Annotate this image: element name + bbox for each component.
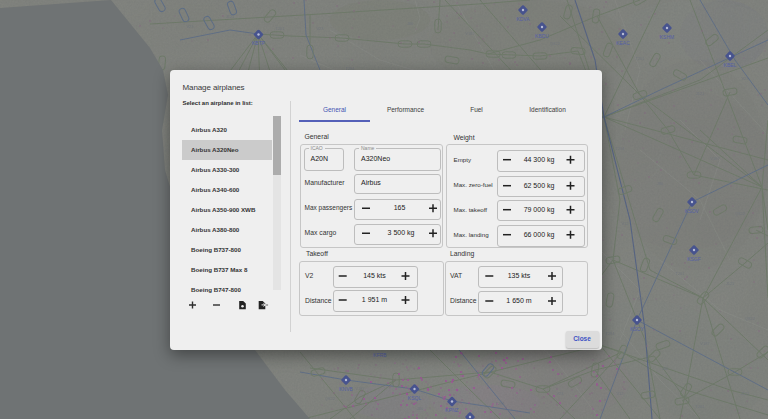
svg-text:V23: V23 [741, 76, 749, 81]
svg-text:V23: V23 [186, 24, 194, 29]
svg-text:J121: J121 [726, 281, 735, 286]
svg-text:KBTP: KBTP [252, 40, 266, 46]
svg-text:V187: V187 [710, 156, 720, 161]
svg-text:T201: T201 [675, 271, 685, 276]
svg-text:KSQL: KSQL [408, 395, 422, 401]
svg-text:T201: T201 [635, 56, 645, 61]
svg-text:J121: J121 [696, 91, 705, 96]
svg-text:KSOV: KSOV [685, 208, 700, 214]
svg-text:T294: T294 [605, 331, 615, 336]
svg-text:Q822: Q822 [735, 211, 746, 216]
svg-text:Q822: Q822 [325, 396, 336, 401]
svg-text:J121: J121 [741, 391, 750, 396]
svg-text:V23: V23 [636, 296, 644, 301]
svg-text:KEAC: KEAC [616, 40, 630, 46]
svg-text:KBEL: KBEL [724, 62, 737, 68]
svg-text:Q822: Q822 [745, 316, 756, 321]
svg-text:Q822: Q822 [550, 41, 561, 46]
svg-text:KNVB: KNVB [339, 386, 353, 392]
svg-text:KDVA: KDVA [516, 16, 530, 22]
svg-text:J80: J80 [417, 406, 424, 411]
svg-text:KBDU: KBDU [535, 33, 549, 39]
svg-text:V12: V12 [616, 391, 624, 396]
svg-text:KPNZ: KPNZ [445, 407, 458, 413]
svg-text:V187: V187 [355, 386, 365, 391]
svg-text:KFRB: KFRB [373, 352, 387, 358]
svg-text:KSGF: KSGF [687, 256, 701, 262]
svg-text:V23: V23 [316, 26, 324, 31]
svg-text:T294: T294 [615, 146, 625, 151]
svg-text:V12: V12 [621, 221, 629, 226]
svg-text:T201: T201 [695, 404, 705, 409]
svg-text:T201: T201 [275, 26, 285, 31]
svg-text:J121: J121 [226, 14, 235, 19]
svg-text:T294: T294 [495, 401, 505, 406]
svg-text:J80: J80 [662, 366, 669, 371]
svg-text:V23: V23 [556, 391, 564, 396]
svg-text:J80: J80 [407, 21, 414, 26]
svg-text:V187: V187 [465, 31, 475, 36]
svg-text:KSCY: KSCY [630, 326, 644, 332]
svg-text:V187: V187 [700, 341, 710, 346]
svg-text:J80: J80 [657, 181, 664, 186]
svg-text:KSHM: KSHM [660, 34, 674, 40]
